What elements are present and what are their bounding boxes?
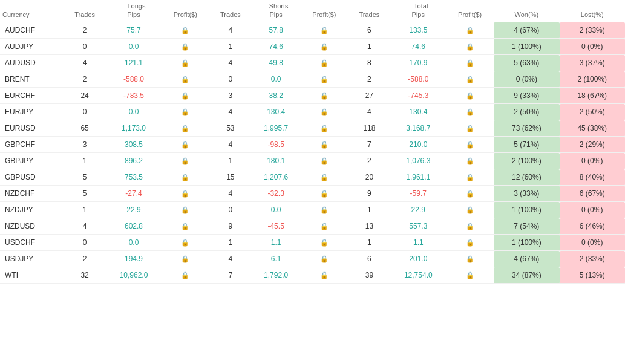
cell-currency: AUDCHF xyxy=(0,22,64,39)
cell-lost: 45 (38%) xyxy=(560,120,625,137)
cell-currency: EURCHF xyxy=(0,88,64,104)
cell-longs-pips: 602.8 xyxy=(106,218,162,235)
lock-icon: 🔒 xyxy=(320,255,329,262)
cell-total-trades: 20 xyxy=(348,169,390,186)
lock-icon: 🔒 xyxy=(181,76,189,83)
col-total-trades: Trades xyxy=(348,10,390,22)
lock-icon: 🔒 xyxy=(466,59,474,67)
cell-longs-pips: 22.9 xyxy=(106,202,162,218)
cell-currency: NZDCHF xyxy=(0,186,64,202)
cell-shorts-profit: 🔒 xyxy=(300,88,348,104)
table-row: AUDUSD 4 121.1 🔒 4 49.8 🔒 8 170.9 🔒 5 (6… xyxy=(0,55,625,71)
table-row: NZDUSD 4 602.8 🔒 9 -45.5 🔒 13 557.3 🔒 7 … xyxy=(0,218,625,235)
cell-longs-trades: 32 xyxy=(64,267,106,284)
cell-longs-profit: 🔒 xyxy=(162,251,209,267)
cell-won: 9 (33%) xyxy=(494,88,559,104)
lock-icon: 🔒 xyxy=(466,174,474,181)
table-row: EURCHF 24 -783.5 🔒 3 38.2 🔒 27 -745.3 🔒 … xyxy=(0,88,625,104)
lock-icon: 🔒 xyxy=(320,271,329,279)
cell-shorts-profit: 🔒 xyxy=(300,202,348,218)
lock-icon: 🔒 xyxy=(466,206,474,213)
lock-icon: 🔒 xyxy=(320,223,329,230)
cell-longs-pips: 0.0 xyxy=(106,235,162,251)
cell-shorts-pips: 1,207.6 xyxy=(252,169,301,186)
cell-currency: USDJPY xyxy=(0,251,64,267)
cell-total-profit: 🔒 xyxy=(446,120,494,137)
cell-shorts-profit: 🔒 xyxy=(300,218,348,235)
main-container: Longs Shorts Total Currency Trades Pips … xyxy=(0,0,625,284)
cell-total-profit: 🔒 xyxy=(446,235,494,251)
cell-shorts-profit: 🔒 xyxy=(300,55,348,71)
cell-shorts-pips: 38.2 xyxy=(252,88,301,104)
cell-won: 0 (0%) xyxy=(494,71,559,88)
lock-icon: 🔒 xyxy=(320,27,329,34)
cell-shorts-pips: 180.1 xyxy=(252,153,301,169)
cell-total-profit: 🔒 xyxy=(446,22,494,39)
lock-icon: 🔒 xyxy=(466,108,474,115)
lock-icon: 🔒 xyxy=(181,190,189,197)
cell-total-pips: -59.7 xyxy=(390,186,446,202)
cell-shorts-pips: 130.4 xyxy=(252,104,301,120)
cell-currency: AUDUSD xyxy=(0,55,64,71)
cell-total-trades: 7 xyxy=(348,137,390,153)
lock-icon: 🔒 xyxy=(320,92,329,99)
cell-total-trades: 4 xyxy=(348,104,390,120)
cell-total-trades: 2 xyxy=(348,71,390,88)
cell-shorts-profit: 🔒 xyxy=(300,235,348,251)
lock-icon: 🔒 xyxy=(181,59,189,67)
lock-icon: 🔒 xyxy=(181,141,189,148)
cell-total-trades: 118 xyxy=(348,120,390,137)
lock-icon: 🔒 xyxy=(181,125,189,132)
lock-icon: 🔒 xyxy=(181,157,189,164)
cell-total-pips: 1,076.3 xyxy=(390,153,446,169)
cell-longs-profit: 🔒 xyxy=(162,218,209,235)
cell-total-profit: 🔒 xyxy=(446,71,494,88)
cell-total-pips: 3,168.7 xyxy=(390,120,446,137)
lock-icon: 🔒 xyxy=(181,27,189,34)
col-total-pips: Pips xyxy=(390,10,446,22)
table-row: GBPUSD 5 753.5 🔒 15 1,207.6 🔒 20 1,961.1… xyxy=(0,169,625,186)
lock-icon: 🔒 xyxy=(181,92,189,99)
cell-longs-profit: 🔒 xyxy=(162,267,209,284)
group-header-row: Longs Shorts Total xyxy=(0,0,625,10)
lock-icon: 🔒 xyxy=(181,174,189,181)
won-group-header xyxy=(494,0,559,10)
currency-group-header xyxy=(0,0,64,10)
table-row: NZDJPY 1 22.9 🔒 0 0.0 🔒 1 22.9 🔒 1 (100%… xyxy=(0,202,625,218)
cell-total-trades: 39 xyxy=(348,267,390,284)
cell-total-pips: 74.6 xyxy=(390,39,446,55)
table-row: USDCHF 0 0.0 🔒 1 1.1 🔒 1 1.1 🔒 1 (100%) … xyxy=(0,235,625,251)
cell-longs-profit: 🔒 xyxy=(162,235,209,251)
col-shorts-pips: Pips xyxy=(252,10,301,22)
cell-shorts-profit: 🔒 xyxy=(300,169,348,186)
cell-currency: WTI xyxy=(0,267,64,284)
cell-longs-pips: -588.0 xyxy=(106,71,162,88)
cell-longs-profit: 🔒 xyxy=(162,55,209,71)
cell-currency: EURJPY xyxy=(0,104,64,120)
lock-icon: 🔒 xyxy=(466,76,474,83)
cell-total-profit: 🔒 xyxy=(446,55,494,71)
cell-lost: 8 (40%) xyxy=(560,169,625,186)
lock-icon: 🔒 xyxy=(181,239,189,246)
cell-longs-profit: 🔒 xyxy=(162,71,209,88)
lock-icon: 🔒 xyxy=(181,206,189,213)
cell-longs-profit: 🔒 xyxy=(162,137,209,153)
cell-shorts-profit: 🔒 xyxy=(300,71,348,88)
cell-shorts-profit: 🔒 xyxy=(300,39,348,55)
lock-icon: 🔒 xyxy=(320,174,329,181)
cell-longs-pips: 0.0 xyxy=(106,104,162,120)
cell-longs-trades: 5 xyxy=(64,186,106,202)
lock-icon: 🔒 xyxy=(466,239,474,246)
cell-total-profit: 🔒 xyxy=(446,104,494,120)
cell-shorts-pips: 57.8 xyxy=(252,22,301,39)
cell-lost: 3 (37%) xyxy=(560,55,625,71)
table-row: EURUSD 65 1,173.0 🔒 53 1,995.7 🔒 118 3,1… xyxy=(0,120,625,137)
table-row: NZDCHF 5 -27.4 🔒 4 -32.3 🔒 9 -59.7 🔒 3 (… xyxy=(0,186,625,202)
cell-total-profit: 🔒 xyxy=(446,267,494,284)
lock-icon: 🔒 xyxy=(466,255,474,262)
cell-shorts-trades: 1 xyxy=(209,39,252,55)
cell-longs-pips: 194.9 xyxy=(106,251,162,267)
cell-shorts-trades: 4 xyxy=(209,137,252,153)
cell-shorts-pips: 49.8 xyxy=(252,55,301,71)
lock-icon: 🔒 xyxy=(320,59,329,67)
